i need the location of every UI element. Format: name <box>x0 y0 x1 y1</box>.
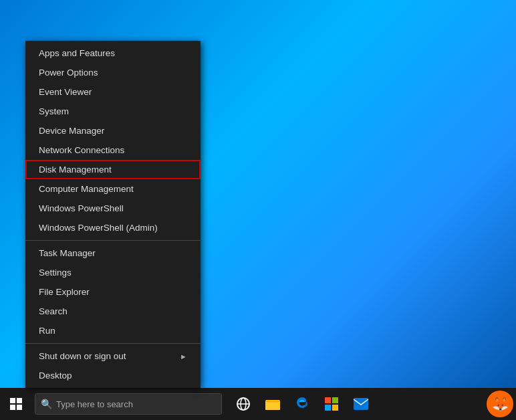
menu-item-task-manager[interactable]: Task Manager <box>25 243 201 263</box>
taskbar-right: 🦊 <box>487 391 516 417</box>
windows-logo-icon <box>10 398 22 410</box>
svg-rect-5 <box>325 397 331 403</box>
menu-item-power-options[interactable]: Power Options <box>25 63 201 82</box>
mail-button[interactable] <box>348 388 374 420</box>
menu-item-system[interactable]: System <box>25 102 201 121</box>
menu-section-3: Shut down or sign out ► Desktop <box>25 344 201 388</box>
taskbar: 🔍 Type here to search <box>0 388 516 420</box>
task-view-button[interactable] <box>230 388 257 420</box>
menu-item-desktop[interactable]: Desktop <box>25 366 201 385</box>
menu-item-apps-features[interactable]: Apps and Features <box>25 43 201 63</box>
svg-rect-7 <box>325 405 331 411</box>
menu-item-device-manager[interactable]: Device Manager <box>25 121 201 140</box>
start-button[interactable] <box>0 388 32 420</box>
svg-rect-4 <box>265 402 280 410</box>
menu-item-file-explorer[interactable]: File Explorer <box>25 282 201 302</box>
menu-item-disk-management[interactable]: Disk Management <box>25 160 201 179</box>
menu-item-windows-powershell[interactable]: Windows PowerShell <box>25 199 201 218</box>
menu-item-event-viewer[interactable]: Event Viewer <box>25 82 201 102</box>
edge-icon <box>294 396 310 412</box>
menu-item-search[interactable]: Search <box>25 302 201 321</box>
store-icon <box>324 396 340 412</box>
submenu-chevron-icon: ► <box>180 352 187 360</box>
edge-browser-button[interactable] <box>289 388 315 420</box>
svg-rect-9 <box>354 398 368 410</box>
search-icon: 🔍 <box>41 399 52 409</box>
menu-item-windows-powershell-admin[interactable]: Windows PowerShell (Admin) <box>25 218 201 237</box>
mail-icon <box>353 397 369 411</box>
menu-item-settings[interactable]: Settings <box>25 263 201 282</box>
menu-item-run[interactable]: Run <box>25 321 201 340</box>
svg-rect-8 <box>332 405 338 411</box>
search-placeholder: Type here to search <box>56 399 133 409</box>
menu-item-network-connections[interactable]: Network Connections <box>25 140 201 160</box>
svg-rect-6 <box>332 397 338 403</box>
menu-section-1: Apps and Features Power Options Event Vi… <box>25 41 201 241</box>
menu-item-shutdown-signout[interactable]: Shut down or sign out ► <box>25 346 201 366</box>
file-explorer-icon <box>265 397 281 411</box>
desktop: Apps and Features Power Options Event Vi… <box>0 0 516 420</box>
context-menu: Apps and Features Power Options Event Vi… <box>25 41 201 388</box>
file-explorer-button[interactable] <box>259 388 286 420</box>
menu-item-computer-management[interactable]: Computer Management <box>25 179 201 199</box>
task-view-icon <box>236 397 251 411</box>
menu-section-2: Task Manager Settings File Explorer Sear… <box>25 241 201 344</box>
taskbar-icons <box>230 388 374 420</box>
user-avatar[interactable]: 🦊 <box>487 391 513 417</box>
taskbar-search-box[interactable]: 🔍 Type here to search <box>35 393 222 415</box>
store-button[interactable] <box>318 388 345 420</box>
